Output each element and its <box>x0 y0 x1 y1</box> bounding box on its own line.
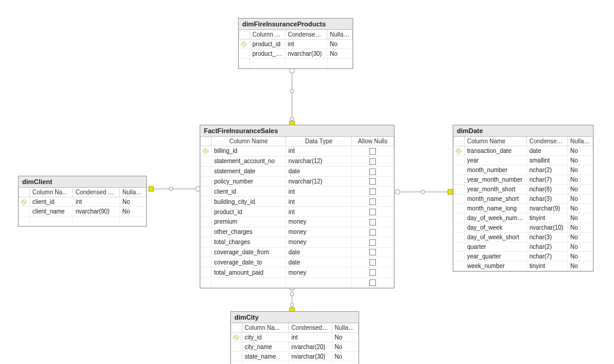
table-row[interactable]: coverage_date_fromdate <box>201 247 394 257</box>
primary-key-cell <box>201 278 212 288</box>
table-row[interactable]: day_of_week_numb...tinyintNo <box>454 213 593 223</box>
table-row[interactable]: yearsmallintNo <box>454 156 593 166</box>
cell: total_amount_paid <box>212 267 286 278</box>
table-row[interactable]: policy_numbernvarchar(12) <box>201 176 394 186</box>
primary-key-cell <box>454 223 465 233</box>
primary-key-cell <box>201 207 212 217</box>
cell <box>352 257 394 267</box>
table-row[interactable]: product_namenvarchar(30)No <box>239 49 353 59</box>
table-row[interactable]: ⚿client_idintNo <box>19 197 146 207</box>
cell <box>352 227 394 237</box>
table-row[interactable]: year_month_shortnchar(8)No <box>454 185 593 194</box>
allow-nulls-checkbox[interactable] <box>369 148 376 155</box>
cell: day_of_week <box>465 223 527 233</box>
table-row[interactable]: ⚿product_idintNo <box>239 40 353 49</box>
table-FactFireInsuranceSales[interactable]: FactFireInsuranceSales Column Name Data … <box>200 125 395 288</box>
header-nullable: Nullable <box>568 137 593 146</box>
primary-key-cell <box>201 176 212 186</box>
table-row[interactable]: product_idint <box>201 207 394 217</box>
cell: No <box>568 242 593 252</box>
cell: No <box>568 233 593 242</box>
allow-nulls-checkbox[interactable] <box>369 239 376 246</box>
allow-nulls-checkbox[interactable] <box>369 259 376 266</box>
cell: int <box>289 333 332 342</box>
cell: building_city_id <box>212 197 286 207</box>
table-row[interactable]: premiummoney <box>201 217 394 227</box>
table-row[interactable]: ⚿transaction_datedateNo <box>454 146 593 156</box>
cell: No <box>332 333 359 342</box>
cell: int <box>286 146 352 157</box>
table-row[interactable]: coverage_date_todate <box>201 257 394 267</box>
table-row[interactable] <box>201 278 394 288</box>
table-dimDate[interactable]: dimDate Column Name Condensed Ty... Null… <box>453 125 594 272</box>
allow-nulls-checkbox[interactable] <box>369 158 376 165</box>
cell: coverage_date_to <box>212 257 286 267</box>
table-row[interactable]: day_of_weeknvarchar(10)No <box>454 223 593 233</box>
table-row[interactable]: ⚿billing_idint <box>201 146 394 157</box>
primary-key-cell <box>454 252 465 261</box>
primary-key-cell <box>454 166 465 175</box>
table-row[interactable]: total_chargesmoney <box>201 237 394 247</box>
allow-nulls-checkbox[interactable] <box>369 219 376 225</box>
table-row[interactable]: other_chargesmoney <box>201 227 394 237</box>
table-row[interactable]: statement_account_nonvarchar(12) <box>201 156 394 166</box>
allow-nulls-checkbox[interactable] <box>369 188 376 195</box>
table-row[interactable]: total_amount_paidmoney <box>201 267 394 278</box>
table-row[interactable]: building_city_idint <box>201 197 394 207</box>
allow-nulls-checkbox[interactable] <box>369 249 376 255</box>
svg-point-8 <box>169 187 173 191</box>
cell <box>286 278 352 288</box>
cell: client_id <box>30 197 73 207</box>
svg-marker-6 <box>149 186 154 191</box>
table-row[interactable]: month_name_shortnchar(3)No <box>454 194 593 204</box>
table-row[interactable]: city_namenvarchar(20)No <box>231 342 359 352</box>
cell: city_name <box>242 342 289 352</box>
cell: month_name_short <box>465 194 527 204</box>
allow-nulls-checkbox[interactable] <box>369 198 376 205</box>
table-row[interactable]: year_month_numbernchar(7)No <box>454 175 593 185</box>
primary-key-cell <box>19 207 30 216</box>
primary-key-cell <box>231 342 242 352</box>
allow-nulls-checkbox[interactable] <box>369 178 376 185</box>
cell: int <box>285 40 327 49</box>
primary-key-cell <box>201 217 212 227</box>
allow-nulls-checkbox[interactable] <box>369 279 376 286</box>
cell: No <box>327 49 353 59</box>
table-dimClient[interactable]: dimClient Column Na... Condensed Ty... N… <box>18 176 147 227</box>
allow-nulls-checkbox[interactable] <box>369 209 376 215</box>
allow-nulls-checkbox[interactable] <box>369 229 376 236</box>
cell: nchar(8) <box>527 185 568 194</box>
table-row[interactable]: client_namenvarchar(90)No <box>19 207 146 216</box>
table-row[interactable]: day_of_week_shortnchar(3)No <box>454 233 593 242</box>
cell: money <box>286 227 352 237</box>
cell: year_quarter <box>465 252 527 261</box>
allow-nulls-checkbox[interactable] <box>369 269 376 276</box>
table-row[interactable]: ⚿city_idintNo <box>231 333 359 342</box>
allow-nulls-checkbox[interactable] <box>369 169 376 175</box>
key-icon: ⚿ <box>202 148 210 155</box>
table-row[interactable]: quarternchar(2)No <box>454 242 593 252</box>
cell: nvarchar(10) <box>527 223 568 233</box>
table-row[interactable]: client_idint <box>201 186 394 197</box>
cell: No <box>327 40 353 49</box>
table-row[interactable]: month_name_longnvarchar(9)No <box>454 204 593 213</box>
table-title: dimFireInsuranceProducts <box>239 19 353 30</box>
cell: tinyint <box>527 213 568 223</box>
table-row[interactable]: statement_datedate <box>201 166 394 176</box>
header-data-type: Data Type <box>286 137 352 146</box>
cell: nvarchar(12) <box>286 156 352 166</box>
table-row[interactable]: month_numbernchar(2)No <box>454 166 593 175</box>
table-dimCity[interactable]: dimCity Column Na... Condensed Ty... Nul… <box>230 311 359 364</box>
cell <box>212 278 286 288</box>
table-row[interactable]: state_namenvarchar(30)No <box>231 352 359 362</box>
cell: month_name_long <box>465 204 527 213</box>
cell: tinyint <box>527 261 568 271</box>
cell: month_number <box>465 166 527 175</box>
table-row[interactable]: week_numbertinyintNo <box>454 261 593 271</box>
cell: statement_date <box>212 166 286 176</box>
header-condensed-type: Condensed Ty... <box>285 30 327 40</box>
table-row[interactable]: year_quarternchar(7)No <box>454 252 593 261</box>
table-row-empty <box>239 59 353 68</box>
table-dimFireInsuranceProducts[interactable]: dimFireInsuranceProducts Column Name Con… <box>238 18 353 69</box>
cell: transaction_date <box>465 146 527 156</box>
